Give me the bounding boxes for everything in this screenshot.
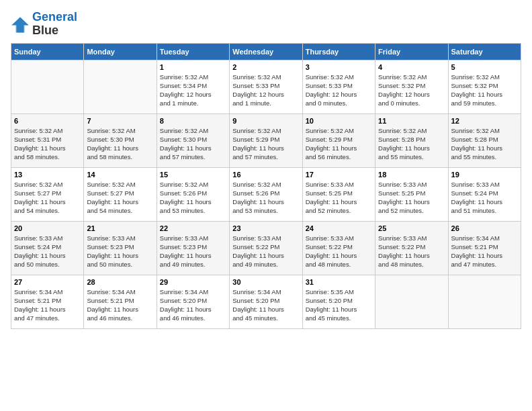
calendar-cell: 13Sunrise: 5:32 AMSunset: 5:27 PMDayligh… — [11, 167, 84, 221]
day-info: Sunrise: 5:34 AMSunset: 5:20 PMDaylight:… — [232, 287, 299, 323]
calendar-cell: 1Sunrise: 5:32 AMSunset: 5:34 PMDaylight… — [157, 60, 229, 113]
calendar-cell: 3Sunrise: 5:32 AMSunset: 5:33 PMDaylight… — [302, 60, 375, 113]
calendar-cell: 28Sunrise: 5:34 AMSunset: 5:21 PMDayligh… — [84, 275, 157, 328]
day-number: 20 — [14, 224, 81, 232]
day-info: Sunrise: 5:32 AMSunset: 5:26 PMDaylight:… — [160, 180, 226, 216]
day-info: Sunrise: 5:32 AMSunset: 5:28 PMDaylight:… — [451, 126, 518, 162]
day-info: Sunrise: 5:33 AMSunset: 5:22 PMDaylight:… — [378, 234, 445, 269]
day-number: 9 — [232, 117, 299, 125]
day-info: Sunrise: 5:33 AMSunset: 5:25 PMDaylight:… — [378, 180, 445, 216]
day-info: Sunrise: 5:32 AMSunset: 5:30 PMDaylight:… — [160, 126, 226, 162]
day-info: Sunrise: 5:33 AMSunset: 5:22 PMDaylight:… — [306, 234, 372, 269]
day-number: 15 — [160, 171, 226, 179]
day-info: Sunrise: 5:34 AMSunset: 5:20 PMDaylight:… — [160, 287, 226, 323]
calendar-cell: 29Sunrise: 5:34 AMSunset: 5:20 PMDayligh… — [157, 275, 229, 328]
calendar-cell: 23Sunrise: 5:33 AMSunset: 5:22 PMDayligh… — [230, 221, 302, 275]
day-info: Sunrise: 5:34 AMSunset: 5:21 PMDaylight:… — [14, 287, 81, 323]
calendar-body: 1Sunrise: 5:32 AMSunset: 5:34 PMDaylight… — [11, 60, 521, 328]
day-info: Sunrise: 5:32 AMSunset: 5:30 PMDaylight:… — [87, 126, 153, 162]
calendar-cell — [84, 60, 157, 113]
day-info: Sunrise: 5:32 AMSunset: 5:33 PMDaylight:… — [232, 73, 299, 108]
day-info: Sunrise: 5:32 AMSunset: 5:34 PMDaylight:… — [160, 73, 226, 108]
calendar-cell: 6Sunrise: 5:32 AMSunset: 5:31 PMDaylight… — [11, 113, 84, 167]
calendar-cell — [11, 60, 84, 113]
day-number: 6 — [14, 117, 81, 125]
calendar-cell: 9Sunrise: 5:32 AMSunset: 5:29 PMDaylight… — [230, 113, 302, 167]
day-number: 3 — [306, 63, 372, 71]
day-number: 10 — [306, 117, 372, 125]
day-info: Sunrise: 5:32 AMSunset: 5:32 PMDaylight:… — [451, 73, 518, 108]
day-number: 2 — [232, 63, 299, 71]
page-header: GeneralBlue — [11, 11, 521, 38]
day-number: 18 — [378, 171, 445, 179]
calendar-cell: 17Sunrise: 5:33 AMSunset: 5:25 PMDayligh… — [302, 167, 375, 221]
header-cell-tuesday: Tuesday — [157, 43, 229, 60]
header-cell-saturday: Saturday — [448, 43, 521, 60]
header-cell-wednesday: Wednesday — [230, 43, 302, 60]
week-row-1: 1Sunrise: 5:32 AMSunset: 5:34 PMDaylight… — [11, 60, 521, 113]
day-number: 28 — [87, 278, 153, 286]
day-number: 24 — [306, 224, 372, 232]
calendar-cell: 19Sunrise: 5:33 AMSunset: 5:24 PMDayligh… — [448, 167, 521, 221]
calendar-cell: 26Sunrise: 5:34 AMSunset: 5:21 PMDayligh… — [448, 221, 521, 275]
calendar-table: SundayMondayTuesdayWednesdayThursdayFrid… — [11, 43, 521, 329]
header-cell-monday: Monday — [84, 43, 157, 60]
day-info: Sunrise: 5:34 AMSunset: 5:21 PMDaylight:… — [451, 234, 518, 269]
calendar-header: SundayMondayTuesdayWednesdayThursdayFrid… — [11, 43, 521, 60]
calendar-cell: 24Sunrise: 5:33 AMSunset: 5:22 PMDayligh… — [302, 221, 375, 275]
calendar-cell: 22Sunrise: 5:33 AMSunset: 5:23 PMDayligh… — [157, 221, 229, 275]
header-cell-friday: Friday — [375, 43, 448, 60]
week-row-2: 6Sunrise: 5:32 AMSunset: 5:31 PMDaylight… — [11, 113, 521, 167]
header-row: SundayMondayTuesdayWednesdayThursdayFrid… — [11, 43, 521, 60]
calendar-cell: 21Sunrise: 5:33 AMSunset: 5:23 PMDayligh… — [84, 221, 157, 275]
day-info: Sunrise: 5:32 AMSunset: 5:26 PMDaylight:… — [232, 180, 299, 216]
day-number: 12 — [451, 117, 518, 125]
day-info: Sunrise: 5:32 AMSunset: 5:29 PMDaylight:… — [306, 126, 372, 162]
calendar-cell: 2Sunrise: 5:32 AMSunset: 5:33 PMDaylight… — [230, 60, 302, 113]
day-info: Sunrise: 5:33 AMSunset: 5:23 PMDaylight:… — [87, 234, 153, 269]
day-number: 5 — [451, 63, 518, 71]
logo-text: GeneralBlue — [32, 11, 77, 38]
calendar-cell: 20Sunrise: 5:33 AMSunset: 5:24 PMDayligh… — [11, 221, 84, 275]
calendar-cell: 15Sunrise: 5:32 AMSunset: 5:26 PMDayligh… — [157, 167, 229, 221]
calendar-cell: 30Sunrise: 5:34 AMSunset: 5:20 PMDayligh… — [230, 275, 302, 328]
day-number: 19 — [451, 171, 518, 179]
calendar-cell — [448, 275, 521, 328]
calendar-cell: 10Sunrise: 5:32 AMSunset: 5:29 PMDayligh… — [302, 113, 375, 167]
calendar-cell: 12Sunrise: 5:32 AMSunset: 5:28 PMDayligh… — [448, 113, 521, 167]
calendar-cell: 16Sunrise: 5:32 AMSunset: 5:26 PMDayligh… — [230, 167, 302, 221]
day-number: 13 — [14, 171, 81, 179]
week-row-3: 13Sunrise: 5:32 AMSunset: 5:27 PMDayligh… — [11, 167, 521, 221]
day-number: 8 — [160, 117, 226, 125]
calendar-cell: 4Sunrise: 5:32 AMSunset: 5:32 PMDaylight… — [375, 60, 448, 113]
calendar-cell: 18Sunrise: 5:33 AMSunset: 5:25 PMDayligh… — [375, 167, 448, 221]
day-info: Sunrise: 5:35 AMSunset: 5:20 PMDaylight:… — [306, 287, 372, 323]
day-info: Sunrise: 5:32 AMSunset: 5:29 PMDaylight:… — [232, 126, 299, 162]
day-number: 17 — [306, 171, 372, 179]
day-info: Sunrise: 5:33 AMSunset: 5:23 PMDaylight:… — [160, 234, 226, 269]
day-number: 22 — [160, 224, 226, 232]
day-number: 7 — [87, 117, 153, 125]
day-number: 1 — [160, 63, 226, 71]
day-info: Sunrise: 5:32 AMSunset: 5:31 PMDaylight:… — [14, 126, 81, 162]
day-number: 14 — [87, 171, 153, 179]
day-info: Sunrise: 5:34 AMSunset: 5:21 PMDaylight:… — [87, 287, 153, 323]
logo: GeneralBlue — [11, 11, 77, 38]
day-number: 27 — [14, 278, 81, 286]
day-info: Sunrise: 5:32 AMSunset: 5:33 PMDaylight:… — [306, 73, 372, 108]
calendar-cell: 31Sunrise: 5:35 AMSunset: 5:20 PMDayligh… — [302, 275, 375, 328]
header-cell-sunday: Sunday — [11, 43, 84, 60]
day-info: Sunrise: 5:33 AMSunset: 5:24 PMDaylight:… — [451, 180, 518, 216]
calendar-cell: 7Sunrise: 5:32 AMSunset: 5:30 PMDaylight… — [84, 113, 157, 167]
day-number: 21 — [87, 224, 153, 232]
day-info: Sunrise: 5:32 AMSunset: 5:28 PMDaylight:… — [378, 126, 445, 162]
day-number: 30 — [232, 278, 299, 286]
week-row-4: 20Sunrise: 5:33 AMSunset: 5:24 PMDayligh… — [11, 221, 521, 275]
day-number: 11 — [378, 117, 445, 125]
week-row-5: 27Sunrise: 5:34 AMSunset: 5:21 PMDayligh… — [11, 275, 521, 328]
day-info: Sunrise: 5:32 AMSunset: 5:27 PMDaylight:… — [14, 180, 81, 216]
day-number: 25 — [378, 224, 445, 232]
calendar-cell — [375, 275, 448, 328]
calendar-cell: 25Sunrise: 5:33 AMSunset: 5:22 PMDayligh… — [375, 221, 448, 275]
calendar-cell: 14Sunrise: 5:32 AMSunset: 5:27 PMDayligh… — [84, 167, 157, 221]
